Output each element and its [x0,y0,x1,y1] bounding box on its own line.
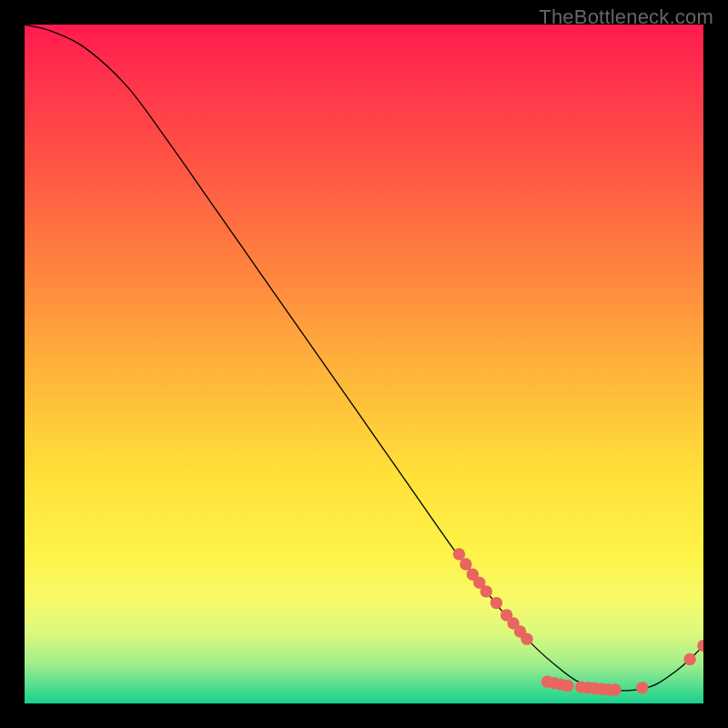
chart-marker [697,640,703,652]
chart-marker [453,548,465,560]
chart-marker [460,558,471,570]
chart-marker [561,680,573,692]
chart-marker [490,597,502,609]
chart-marker [609,683,621,695]
chart-marker [480,585,492,597]
chart-curve [25,25,703,691]
chart-svg [25,25,703,703]
chart-marker [521,632,532,644]
chart-plot-area [25,25,703,703]
chart-marker [683,653,695,665]
chart-markers [453,548,703,696]
chart-marker [636,682,648,693]
